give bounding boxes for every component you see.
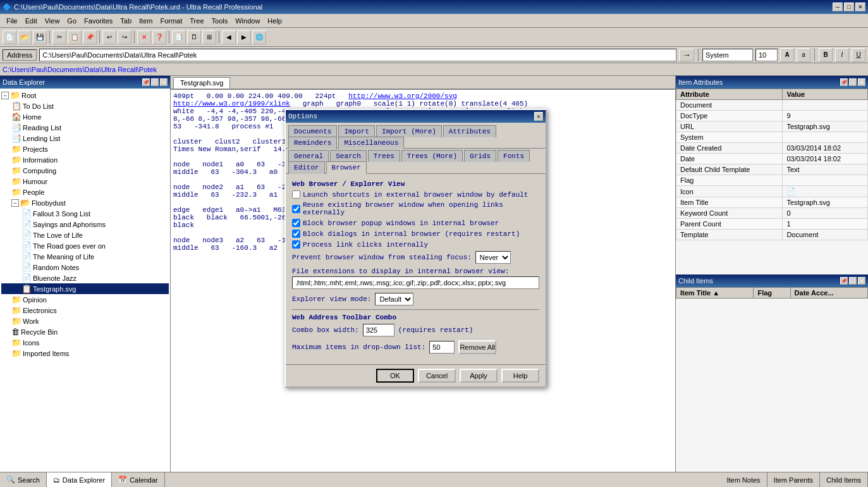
- toolbar-paste[interactable]: 📌: [83, 30, 97, 44]
- apply-button[interactable]: Apply: [460, 369, 498, 383]
- toolbar-grid[interactable]: ⊞: [202, 30, 216, 44]
- link-xlink[interactable]: http://www.w3.org/1999/xlink: [173, 100, 290, 108]
- child-col-title[interactable]: Item Title ▲: [676, 288, 754, 299]
- options-dialog[interactable]: Options ✕ Documents Import Import (More)…: [284, 109, 547, 388]
- toolbar-forward[interactable]: ▶: [237, 30, 251, 44]
- status-calendar[interactable]: 📅 Calendar: [112, 472, 165, 487]
- ok-button[interactable]: OK: [376, 369, 414, 383]
- toolbar-add-child[interactable]: 📑: [172, 30, 186, 44]
- tree-item-imported[interactable]: 📁 Imported Items: [1, 348, 169, 359]
- close-button[interactable]: ✕: [855, 3, 865, 11]
- dialog-tab-fonts[interactable]: Fonts: [498, 150, 530, 162]
- tree-item-information[interactable]: 📁 Information: [1, 154, 169, 165]
- tree-item-icons[interactable]: 📁 Icons: [1, 337, 169, 348]
- dialog-tab-general[interactable]: General: [288, 150, 329, 162]
- toolbar-copy[interactable]: 📋: [68, 30, 82, 44]
- tree-item-projects[interactable]: 📁 Projects: [1, 144, 169, 154]
- tree-item-lending[interactable]: 📑 Lending List: [1, 133, 169, 144]
- tree-item-home[interactable]: 🏠 Home: [1, 111, 169, 122]
- tree-item-electronics[interactable]: 📁 Electronics: [1, 305, 169, 316]
- toolbar-globe[interactable]: 🌐: [252, 30, 266, 44]
- menu-favorites[interactable]: Favorites: [80, 16, 116, 26]
- prevent-select[interactable]: Never: [475, 251, 511, 264]
- checkbox-block-dialogs[interactable]: [292, 230, 300, 238]
- max-items-input[interactable]: [429, 341, 455, 354]
- toolbar-save[interactable]: 💾: [33, 30, 47, 44]
- content-tab-testgraph[interactable]: Testgraph.svg: [173, 77, 230, 89]
- menu-go[interactable]: Go: [63, 16, 80, 26]
- status-data-explorer[interactable]: 🗂 Data Explorer: [47, 472, 112, 487]
- menu-format[interactable]: Format: [156, 16, 186, 26]
- tree-item-meaning[interactable]: 📄 The Meaning of Life: [1, 251, 169, 262]
- explorer-mode-select[interactable]: Default: [375, 293, 413, 305]
- status-item-notes[interactable]: Item Notes: [720, 472, 767, 487]
- checkbox-launch[interactable]: [292, 190, 300, 199]
- tree-item-reading[interactable]: 📑 Reading List: [1, 122, 169, 133]
- dialog-tab-documents[interactable]: Documents: [288, 125, 337, 137]
- toolbar-help[interactable]: ❓: [152, 30, 166, 44]
- dialog-tab-reminders[interactable]: Reminders: [288, 137, 337, 149]
- tree-item-humour[interactable]: 📁 Humour: [1, 176, 169, 187]
- toolbar-delete[interactable]: ✕: [137, 30, 151, 44]
- help-button[interactable]: Help: [501, 369, 539, 383]
- italic-btn[interactable]: I: [835, 48, 849, 62]
- tree-item-todo[interactable]: 📋 To Do List: [1, 101, 169, 111]
- dialog-tab-trees-more[interactable]: Trees (More): [401, 150, 463, 162]
- tree-item-sayings[interactable]: 📄 Sayings and Aphorisms: [1, 219, 169, 230]
- tree-item-opinion[interactable]: 📁 Opinion: [1, 294, 169, 305]
- dialog-tab-editor[interactable]: Editor: [288, 161, 325, 174]
- tree-item-floobydust[interactable]: − 📂 Floobydust: [1, 197, 169, 208]
- tree-item-computing[interactable]: 📁 Computing: [1, 165, 169, 176]
- toolbar-back[interactable]: ◀: [222, 30, 236, 44]
- link-svg[interactable]: http://www.w3.org/2000/svg: [348, 92, 457, 100]
- tree-item-people[interactable]: 📁 People: [1, 187, 169, 197]
- toolbar-cut[interactable]: ✂: [52, 30, 66, 44]
- dialog-tab-grids[interactable]: Grids: [464, 150, 496, 162]
- tree-item-random[interactable]: 📄 Random Notes: [1, 262, 169, 273]
- menu-tools[interactable]: Tools: [208, 16, 232, 26]
- dialog-close-button[interactable]: ✕: [534, 112, 543, 121]
- toolbar-undo[interactable]: ↩: [102, 30, 116, 44]
- status-search[interactable]: 🔍 Search: [0, 472, 47, 487]
- attr-panel-restore[interactable]: □: [849, 78, 857, 86]
- menu-tree[interactable]: Tree: [186, 16, 207, 26]
- dialog-tab-miscellaneous[interactable]: Miscellaneous: [338, 137, 404, 149]
- checkbox-reuse[interactable]: [292, 205, 300, 213]
- file-ext-input[interactable]: [292, 276, 539, 289]
- attr-panel-close[interactable]: ✕: [858, 78, 865, 86]
- toolbar-item[interactable]: 🗒: [187, 30, 201, 44]
- checkbox-process-links[interactable]: [292, 240, 300, 249]
- toolbar-new[interactable]: 📄: [3, 30, 16, 44]
- status-item-parents[interactable]: Item Parents: [767, 472, 820, 487]
- panel-pin-button[interactable]: 📌: [142, 78, 150, 86]
- tree-item-fallout[interactable]: 📄 Fallout 3 Song List: [1, 208, 169, 219]
- tree-item-bluenote[interactable]: 📄 Bluenote Jazz: [1, 273, 169, 283]
- tree-item-root[interactable]: − 📁 Root: [1, 90, 169, 101]
- path-link[interactable]: C:\Users\Paul\Documents\Data\Ultra Recal…: [3, 66, 157, 73]
- child-col-flag[interactable]: Flag: [754, 288, 790, 299]
- cancel-button[interactable]: Cancel: [418, 369, 456, 383]
- panel-restore-button[interactable]: □: [151, 78, 159, 86]
- underline-btn[interactable]: U: [852, 48, 865, 62]
- child-panel-pin[interactable]: 📌: [840, 277, 848, 285]
- menu-item[interactable]: Item: [135, 16, 156, 26]
- system-input[interactable]: [702, 49, 753, 61]
- expand-root[interactable]: −: [1, 92, 9, 99]
- child-panel-restore[interactable]: □: [849, 277, 857, 285]
- remove-all-button[interactable]: Remove All: [458, 340, 496, 354]
- toolbar-redo[interactable]: ↪: [118, 30, 131, 44]
- menu-view[interactable]: View: [41, 16, 64, 26]
- tree-item-recycle[interactable]: 🗑 Recycle Bin: [1, 326, 169, 337]
- dialog-tab-attributes[interactable]: Attributes: [443, 125, 496, 137]
- minimize-button[interactable]: ─: [833, 3, 843, 11]
- menu-edit[interactable]: Edit: [21, 16, 41, 26]
- tree-item-work[interactable]: 📁 Work: [1, 316, 169, 326]
- dialog-tab-import[interactable]: Import: [338, 125, 375, 137]
- combo-width-input[interactable]: [363, 324, 394, 336]
- checkbox-block-popup[interactable]: [292, 219, 300, 227]
- attr-panel-pin[interactable]: 📌: [840, 78, 848, 86]
- tree-item-love[interactable]: 📄 The Love of Life: [1, 230, 169, 240]
- expand-floobydust[interactable]: −: [11, 199, 19, 207]
- status-child-items[interactable]: Child Items: [820, 472, 868, 487]
- tree-item-road[interactable]: 📄 The Road goes ever on: [1, 240, 169, 251]
